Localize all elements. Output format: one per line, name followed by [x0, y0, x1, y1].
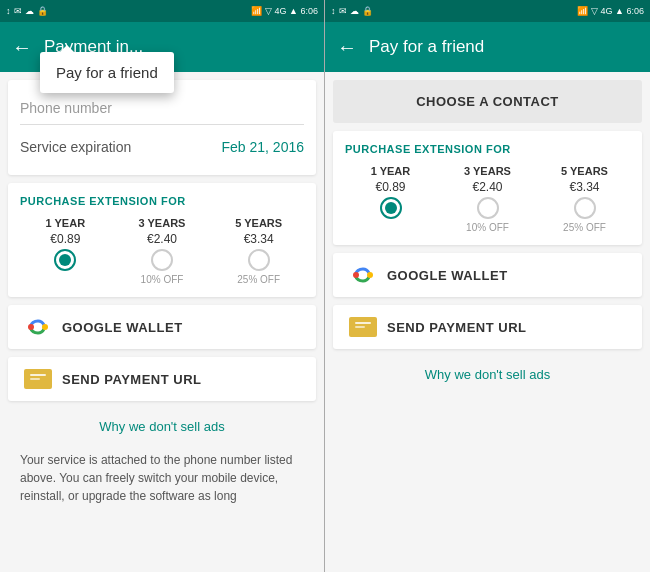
google-wallet-button-right[interactable]: GOOGLE WALLET — [333, 253, 642, 297]
cloud-icon: ☁ — [25, 6, 34, 16]
plan-1-year-left: 1 YEAR €0.89 — [20, 217, 111, 285]
google-wallet-button-left[interactable]: GOOGLE WALLET — [8, 305, 316, 349]
right-screen: ↕ ✉ ☁ 🔒 📶 ▽ 4G ▲ 6:06 ← Pay for a friend… — [325, 0, 650, 572]
why-link-left: Why we don't sell ads — [8, 409, 316, 443]
send-payment-button-right[interactable]: SEND PAYMENT URL — [333, 305, 642, 349]
choose-contact-button[interactable]: CHOOSE A CONTACT — [333, 80, 642, 123]
right-plan-1-price: €0.89 — [375, 180, 405, 194]
send-payment-label-left: SEND PAYMENT URL — [62, 372, 201, 387]
svg-rect-4 — [30, 378, 40, 380]
right-header: ← Pay for a friend — [325, 22, 650, 72]
status-right-icons: 📶 ▽ 4G ▲ 6:06 — [251, 6, 318, 16]
send-payment-button-left[interactable]: SEND PAYMENT URL — [8, 357, 316, 401]
send-payment-icon-right — [349, 317, 377, 337]
plan-5-year-left: 5 YEARS €3.34 25% OFF — [213, 217, 304, 285]
plan-3-discount: 25% OFF — [237, 274, 280, 285]
right-plan-2-discount: 10% OFF — [466, 222, 509, 233]
phone-service-card: Service expiration Feb 21, 2016 — [8, 80, 316, 175]
send-payment-icon-left — [24, 369, 52, 389]
expiration-date: Feb 21, 2016 — [221, 139, 304, 155]
purchase-title-left: PURCHASE EXTENSION FOR — [20, 195, 304, 207]
right-plan-2-radio[interactable] — [477, 197, 499, 219]
plan-1-price: €0.89 — [50, 232, 80, 246]
right-purchase-section: PURCHASE EXTENSION FOR 1 YEAR €0.89 3 YE… — [333, 131, 642, 245]
wifi-icon-right: ▽ — [591, 6, 598, 16]
right-plan-3-discount: 25% OFF — [563, 222, 606, 233]
right-plan-2-price: €2.40 — [472, 180, 502, 194]
back-button-right[interactable]: ← — [337, 36, 357, 59]
status-right-icons-right: 📶 ▽ 4G ▲ 6:06 — [577, 6, 644, 16]
choose-contact-label: CHOOSE A CONTACT — [416, 94, 559, 109]
plan-5-year-right: 5 YEARS €3.34 25% OFF — [539, 165, 630, 233]
right-plan-1-radio[interactable] — [380, 197, 402, 219]
tooltip-popup: Pay for a friend — [40, 52, 174, 93]
svg-rect-8 — [355, 322, 371, 324]
send-payment-label-right: SEND PAYMENT URL — [387, 320, 526, 335]
service-expiration-row: Service expiration Feb 21, 2016 — [20, 131, 304, 163]
radio-inner-1 — [59, 254, 71, 266]
svg-rect-3 — [30, 374, 46, 376]
cloud-icon-right: ☁ — [350, 6, 359, 16]
plan-3-label: 5 YEARS — [235, 217, 282, 229]
right-content: CHOOSE A CONTACT PURCHASE EXTENSION FOR … — [325, 72, 650, 572]
plan-3-year-left: 3 YEARS €2.40 10% OFF — [117, 217, 208, 285]
4g-label: 4G ▲ 6:06 — [275, 6, 318, 16]
plan-2-label: 3 YEARS — [139, 217, 186, 229]
left-screen: ↕ ✉ ☁ 🔒 📶 ▽ 4G ▲ 6:06 ← Payment in... Pa… — [0, 0, 325, 572]
right-plan-3-radio[interactable] — [574, 197, 596, 219]
plan-1-year-right: 1 YEAR €0.89 — [345, 165, 436, 233]
signal-icon-right: ↕ — [331, 6, 336, 16]
phone-input[interactable] — [20, 92, 304, 125]
svg-point-1 — [42, 324, 48, 330]
back-button-left[interactable]: ← — [12, 36, 32, 59]
svg-point-0 — [28, 324, 34, 330]
google-wallet-icon-left — [24, 317, 52, 337]
right-plan-3-label: 5 YEARS — [561, 165, 608, 177]
screens-container: ↕ ✉ ☁ 🔒 📶 ▽ 4G ▲ 6:06 ← Payment in... Pa… — [0, 0, 650, 572]
lock-icon-right: 🔒 — [362, 6, 373, 16]
4g-label-right: 4G ▲ 6:06 — [601, 6, 644, 16]
google-wallet-label-left: GOOGLE WALLET — [62, 320, 183, 335]
plan-3-radio[interactable] — [248, 249, 270, 271]
right-plan-3-price: €3.34 — [569, 180, 599, 194]
status-bar-left: ↕ ✉ ☁ 🔒 📶 ▽ 4G ▲ 6:06 — [0, 0, 324, 22]
status-left-icons-right: ↕ ✉ ☁ 🔒 — [331, 6, 373, 16]
plan-3-year-right: 3 YEARS €2.40 10% OFF — [442, 165, 533, 233]
svg-point-5 — [353, 272, 359, 278]
service-expiration-label: Service expiration — [20, 139, 131, 155]
lock-icon: 🔒 — [37, 6, 48, 16]
right-plan-1-discount — [389, 222, 392, 233]
status-left-icons: ↕ ✉ ☁ 🔒 — [6, 6, 48, 16]
plan-2-radio[interactable] — [151, 249, 173, 271]
footer-text-left: Your service is attached to the phone nu… — [8, 443, 316, 513]
plan-2-discount: 10% OFF — [141, 274, 184, 285]
message-icon: ✉ — [14, 6, 22, 16]
google-wallet-icon-right — [349, 265, 377, 285]
plans-row-left: 1 YEAR €0.89 3 YEARS €2.40 10% OFF — [20, 217, 304, 285]
right-plan-1-label: 1 YEAR — [371, 165, 411, 177]
network-icon: 📶 — [251, 6, 262, 16]
status-bar-right: ↕ ✉ ☁ 🔒 📶 ▽ 4G ▲ 6:06 — [325, 0, 650, 22]
tooltip-text: Pay for a friend — [56, 64, 158, 81]
svg-point-6 — [367, 272, 373, 278]
plans-row-right: 1 YEAR €0.89 3 YEARS €2.40 10% OFF — [345, 165, 630, 233]
right-radio-inner-1 — [385, 202, 397, 214]
right-header-title: Pay for a friend — [369, 37, 484, 57]
purchase-title-right: PURCHASE EXTENSION FOR — [345, 143, 630, 155]
plan-1-radio[interactable] — [54, 249, 76, 271]
left-content: Service expiration Feb 21, 2016 PURCHASE… — [0, 72, 324, 572]
why-link-anchor-left[interactable]: Why we don't sell ads — [99, 419, 224, 434]
right-plan-2-label: 3 YEARS — [464, 165, 511, 177]
wifi-icon: ▽ — [265, 6, 272, 16]
svg-rect-9 — [355, 326, 365, 328]
plan-3-price: €3.34 — [244, 232, 274, 246]
why-link-right: Why we don't sell ads — [333, 357, 642, 391]
plan-2-price: €2.40 — [147, 232, 177, 246]
why-link-anchor-right[interactable]: Why we don't sell ads — [425, 367, 550, 382]
google-wallet-label-right: GOOGLE WALLET — [387, 268, 508, 283]
network-icon-right: 📶 — [577, 6, 588, 16]
plan-1-label: 1 YEAR — [46, 217, 86, 229]
left-purchase-section: PURCHASE EXTENSION FOR 1 YEAR €0.89 3 YE… — [8, 183, 316, 297]
plan-1-discount — [64, 274, 67, 285]
signal-icon: ↕ — [6, 6, 11, 16]
